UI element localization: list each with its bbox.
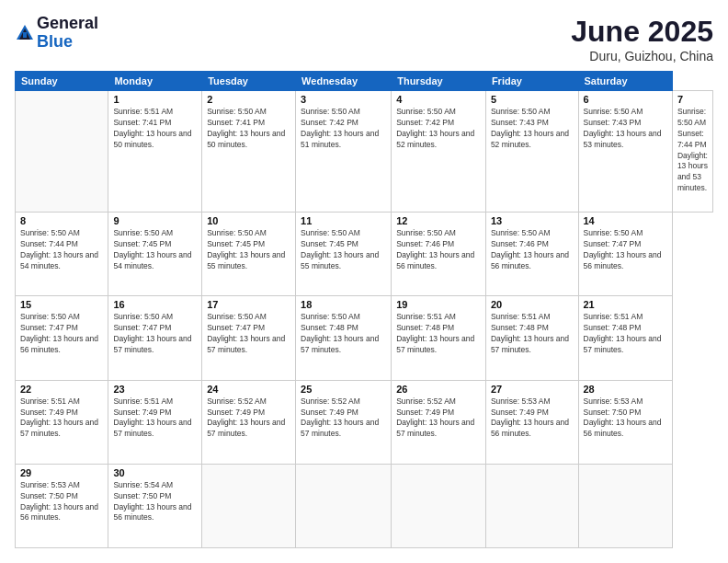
day-number: 20 (491, 299, 574, 310)
day-info: Sunrise: 5:51 AM Sunset: 7:49 PM Dayligh… (113, 396, 197, 441)
day-number: 23 (113, 384, 197, 395)
day-number: 18 (301, 299, 386, 310)
day-info: Sunrise: 5:50 AM Sunset: 7:47 PM Dayligh… (113, 312, 197, 356)
day-number: 2 (207, 94, 290, 105)
table-row: 28Sunrise: 5:53 AM Sunset: 7:50 PM Dayli… (578, 380, 672, 464)
header: General Blue June 2025 Duru, Guizhou, Ch… (15, 15, 713, 63)
day-info: Sunrise: 5:50 AM Sunset: 7:46 PM Dayligh… (396, 228, 481, 272)
day-number: 15 (20, 299, 103, 310)
day-number: 24 (207, 384, 290, 395)
day-info: Sunrise: 5:50 AM Sunset: 7:48 PM Dayligh… (301, 312, 386, 356)
day-info: Sunrise: 5:51 AM Sunset: 7:49 PM Dayligh… (20, 396, 103, 441)
table-row: 8Sunrise: 5:50 AM Sunset: 7:44 PM Daylig… (16, 213, 108, 296)
day-number: 26 (396, 384, 481, 395)
table-row: 14Sunrise: 5:50 AM Sunset: 7:47 PM Dayli… (578, 213, 672, 296)
logo-blue: Blue (37, 32, 73, 51)
table-row: 7Sunrise: 5:50 AM Sunset: 7:44 PM Daylig… (672, 91, 712, 213)
day-info: Sunrise: 5:50 AM Sunset: 7:44 PM Dayligh… (677, 107, 708, 194)
day-info: Sunrise: 5:50 AM Sunset: 7:43 PM Dayligh… (491, 107, 574, 151)
logo-icon (15, 23, 35, 43)
day-number: 27 (491, 384, 574, 395)
table-row: 30Sunrise: 5:54 AM Sunset: 7:50 PM Dayli… (108, 464, 202, 547)
day-info: Sunrise: 5:50 AM Sunset: 7:42 PM Dayligh… (301, 107, 386, 151)
title-month: June 2025 (571, 15, 713, 49)
calendar-table: Sunday Monday Tuesday Wednesday Thursday… (15, 71, 713, 548)
table-row: 23Sunrise: 5:51 AM Sunset: 7:49 PM Dayli… (108, 380, 202, 464)
day-number: 14 (584, 215, 667, 226)
table-row: 1Sunrise: 5:51 AM Sunset: 7:41 PM Daylig… (108, 91, 202, 213)
day-info: Sunrise: 5:53 AM Sunset: 7:50 PM Dayligh… (20, 480, 103, 524)
table-row (485, 464, 578, 547)
day-info: Sunrise: 5:50 AM Sunset: 7:43 PM Dayligh… (584, 107, 667, 151)
table-row: 11Sunrise: 5:50 AM Sunset: 7:45 PM Dayli… (296, 213, 392, 296)
table-row (392, 464, 486, 547)
table-row: 17Sunrise: 5:50 AM Sunset: 7:47 PM Dayli… (202, 296, 296, 380)
day-info: Sunrise: 5:52 AM Sunset: 7:49 PM Dayligh… (301, 396, 386, 441)
day-info: Sunrise: 5:50 AM Sunset: 7:41 PM Dayligh… (207, 107, 290, 151)
day-number: 4 (396, 94, 481, 105)
day-info: Sunrise: 5:50 AM Sunset: 7:47 PM Dayligh… (207, 312, 290, 356)
day-number: 11 (301, 215, 386, 226)
day-number: 21 (584, 299, 667, 310)
table-row: 26Sunrise: 5:52 AM Sunset: 7:49 PM Dayli… (392, 380, 486, 464)
logo: General Blue (15, 15, 98, 52)
col-monday: Monday (108, 72, 202, 91)
day-info: Sunrise: 5:52 AM Sunset: 7:49 PM Dayligh… (207, 396, 290, 441)
day-number: 13 (491, 215, 574, 226)
table-row: 22Sunrise: 5:51 AM Sunset: 7:49 PM Dayli… (16, 380, 108, 464)
day-number: 16 (113, 299, 197, 310)
day-info: Sunrise: 5:50 AM Sunset: 7:45 PM Dayligh… (207, 228, 290, 272)
col-sunday: Sunday (16, 72, 108, 91)
day-number: 1 (113, 94, 197, 105)
day-info: Sunrise: 5:53 AM Sunset: 7:50 PM Dayligh… (584, 396, 667, 441)
day-info: Sunrise: 5:50 AM Sunset: 7:47 PM Dayligh… (584, 228, 667, 272)
table-row (296, 464, 392, 547)
day-number: 9 (113, 215, 197, 226)
day-info: Sunrise: 5:51 AM Sunset: 7:41 PM Dayligh… (113, 107, 197, 151)
day-info: Sunrise: 5:50 AM Sunset: 7:44 PM Dayligh… (20, 228, 103, 272)
day-info: Sunrise: 5:53 AM Sunset: 7:49 PM Dayligh… (491, 396, 574, 441)
table-row: 27Sunrise: 5:53 AM Sunset: 7:49 PM Dayli… (485, 380, 578, 464)
day-info: Sunrise: 5:50 AM Sunset: 7:47 PM Dayligh… (20, 312, 103, 356)
calendar-week-row: 8Sunrise: 5:50 AM Sunset: 7:44 PM Daylig… (16, 213, 713, 296)
calendar-week-row: 22Sunrise: 5:51 AM Sunset: 7:49 PM Dayli… (16, 380, 713, 464)
day-number: 17 (207, 299, 290, 310)
logo-general: General (37, 14, 98, 32)
col-wednesday: Wednesday (296, 72, 392, 91)
title-location: Duru, Guizhou, China (571, 49, 713, 63)
table-row: 18Sunrise: 5:50 AM Sunset: 7:48 PM Dayli… (296, 296, 392, 380)
table-row: 29Sunrise: 5:53 AM Sunset: 7:50 PM Dayli… (16, 464, 108, 547)
day-info: Sunrise: 5:51 AM Sunset: 7:48 PM Dayligh… (584, 312, 667, 356)
calendar-week-row: 15Sunrise: 5:50 AM Sunset: 7:47 PM Dayli… (16, 296, 713, 380)
table-row: 19Sunrise: 5:51 AM Sunset: 7:48 PM Dayli… (392, 296, 486, 380)
table-row: 3Sunrise: 5:50 AM Sunset: 7:42 PM Daylig… (296, 91, 392, 213)
table-row: 6Sunrise: 5:50 AM Sunset: 7:43 PM Daylig… (578, 91, 672, 213)
logo-text: General Blue (37, 15, 98, 52)
table-row: 24Sunrise: 5:52 AM Sunset: 7:49 PM Dayli… (202, 380, 296, 464)
day-number: 7 (677, 94, 708, 105)
col-friday: Friday (485, 72, 578, 91)
table-row: 4Sunrise: 5:50 AM Sunset: 7:42 PM Daylig… (392, 91, 486, 213)
table-row: 13Sunrise: 5:50 AM Sunset: 7:46 PM Dayli… (485, 213, 578, 296)
table-row (578, 464, 672, 547)
page: General Blue June 2025 Duru, Guizhou, Ch… (0, 0, 728, 563)
calendar-week-row: 1Sunrise: 5:51 AM Sunset: 7:41 PM Daylig… (16, 91, 713, 213)
table-row: 5Sunrise: 5:50 AM Sunset: 7:43 PM Daylig… (485, 91, 578, 213)
day-number: 6 (584, 94, 667, 105)
day-info: Sunrise: 5:51 AM Sunset: 7:48 PM Dayligh… (491, 312, 574, 356)
table-row: 25Sunrise: 5:52 AM Sunset: 7:49 PM Dayli… (296, 380, 392, 464)
title-block: June 2025 Duru, Guizhou, China (571, 15, 713, 63)
day-info: Sunrise: 5:50 AM Sunset: 7:45 PM Dayligh… (301, 228, 386, 272)
day-number: 8 (20, 215, 103, 226)
calendar-week-row: 29Sunrise: 5:53 AM Sunset: 7:50 PM Dayli… (16, 464, 713, 547)
table-row: 21Sunrise: 5:51 AM Sunset: 7:48 PM Dayli… (578, 296, 672, 380)
calendar-header-row: Sunday Monday Tuesday Wednesday Thursday… (16, 72, 713, 91)
day-number: 22 (20, 384, 103, 395)
day-info: Sunrise: 5:50 AM Sunset: 7:45 PM Dayligh… (113, 228, 197, 272)
day-info: Sunrise: 5:50 AM Sunset: 7:42 PM Dayligh… (396, 107, 481, 151)
svg-rect-2 (23, 32, 27, 38)
table-row: 15Sunrise: 5:50 AM Sunset: 7:47 PM Dayli… (16, 296, 108, 380)
day-number: 29 (20, 467, 103, 478)
table-row (202, 464, 296, 547)
day-number: 12 (396, 215, 481, 226)
